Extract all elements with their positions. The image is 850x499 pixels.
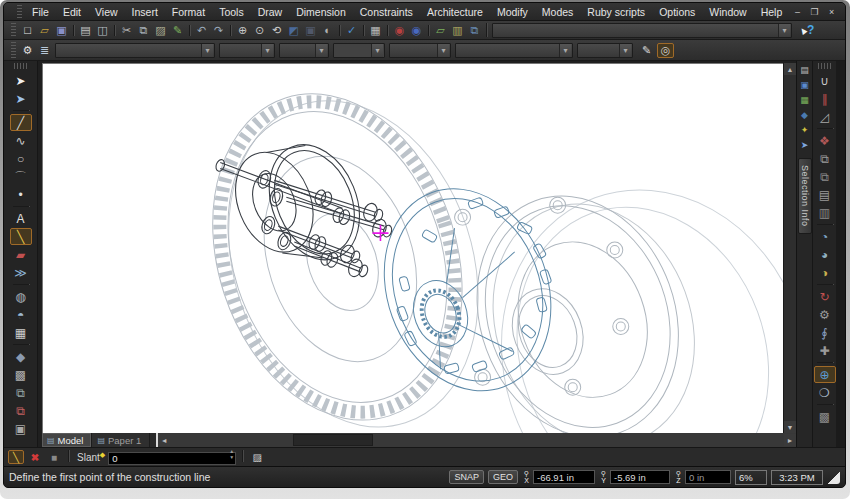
move-ucs-tool[interactable]: ✚ <box>814 342 836 359</box>
menu-item[interactable]: Modify <box>490 5 535 19</box>
3d-pull-tool[interactable]: ≫ <box>10 264 32 281</box>
layer-group-tool[interactable]: ⧉ <box>814 150 836 167</box>
pan-button[interactable]: ◐ <box>319 23 336 38</box>
text-tool[interactable]: A <box>10 210 32 227</box>
menu-item[interactable]: Insert <box>125 5 165 19</box>
toolbar-grip[interactable] <box>11 23 16 37</box>
cancel-command-button[interactable]: ✖ <box>27 450 43 464</box>
save-button[interactable]: ▣ <box>53 23 70 38</box>
horizontal-scrollbar[interactable]: ◄ ► <box>156 433 796 447</box>
transparency-combo[interactable] <box>389 43 451 58</box>
color-combo[interactable] <box>219 43 275 58</box>
toolbar-grip[interactable] <box>11 42 16 58</box>
shade-sphere-tool[interactable]: ◔ <box>814 228 836 245</box>
parallel-copy-tool[interactable]: ∥ <box>814 90 836 107</box>
block-insert-tool[interactable]: ▩ <box>10 366 32 383</box>
paste-button[interactable]: ▨ <box>152 23 169 38</box>
pause-command-button[interactable]: ■ <box>46 450 62 464</box>
scroll-down-icon[interactable]: ▼ <box>784 421 796 433</box>
drawing-canvas[interactable] <box>42 63 783 433</box>
layer-combo[interactable] <box>55 43 215 58</box>
hscroll-thumb[interactable] <box>293 434 373 446</box>
menu-item[interactable]: Window <box>702 5 753 19</box>
scroll-right-icon[interactable]: ► <box>784 434 796 446</box>
menu-item[interactable]: Help <box>754 5 790 19</box>
geographic-location-tool[interactable]: ⊕ <box>814 366 836 383</box>
layer-states-button[interactable]: ≣ <box>36 43 53 58</box>
new-file-button[interactable]: □ <box>19 23 36 38</box>
menu-item[interactable]: View <box>88 5 125 19</box>
polyline-tool[interactable]: ∿ <box>10 132 32 149</box>
block-structure-tool[interactable]: ▩ <box>814 408 836 425</box>
menu-item[interactable]: File <box>25 5 56 19</box>
solid-box-tool[interactable]: ◆ <box>10 348 32 365</box>
mouse-right-button[interactable]: ◉ <box>408 23 425 38</box>
menu-item[interactable]: Tools <box>212 5 251 19</box>
vertical-scrollbar[interactable]: ▲ ▼ <box>783 63 796 433</box>
copy-layer-tool[interactable]: ⧉ <box>814 168 836 185</box>
key-panel-icon[interactable]: ✦ <box>798 124 812 137</box>
point-tool[interactable]: • <box>10 186 32 203</box>
arc-tool[interactable]: ⌒ <box>10 168 32 185</box>
linestyle-combo[interactable] <box>279 43 329 58</box>
zoom-level[interactable]: 6% <box>735 470 767 485</box>
spell-check-button[interactable]: ✓ <box>343 23 360 38</box>
paste-panel-icon[interactable]: ▤ <box>798 64 812 77</box>
match-properties-tool[interactable]: ▤ <box>814 186 836 203</box>
block-ref-tool[interactable]: ⧉ <box>10 384 32 401</box>
context-help-icon[interactable]: ▲ ? <box>798 23 814 38</box>
mouse-left-button[interactable]: ◉ <box>391 23 408 38</box>
slant-input[interactable] <box>108 452 236 465</box>
settings-gear-button[interactable]: ⚙ <box>19 43 36 58</box>
open-file-button[interactable]: ▱ <box>36 23 53 38</box>
orbit-tool[interactable]: ◍ <box>10 288 32 305</box>
tab-paper1[interactable]: ▤Paper 1 <box>92 433 150 447</box>
tab-model[interactable]: ▤Model <box>42 433 92 447</box>
copy-button[interactable]: ⧉ <box>135 23 152 38</box>
menu-item[interactable]: Draw <box>251 5 290 19</box>
cut-button[interactable]: ✂ <box>118 23 135 38</box>
selection-info-tab[interactable]: Selection Info <box>798 158 812 234</box>
restore-button[interactable]: ❐ <box>807 6 822 18</box>
print-preview-button[interactable]: ◫ <box>94 23 111 38</box>
hatch-tool[interactable]: ▦ <box>10 324 32 341</box>
menu-grip[interactable] <box>17 5 22 19</box>
screen-panel-icon[interactable]: ▣ <box>798 79 812 92</box>
menu-item[interactable]: Edit <box>56 5 88 19</box>
lineweight-combo[interactable] <box>333 43 385 58</box>
annotation-scale-button[interactable]: ◎ <box>657 43 674 58</box>
node-select-tool[interactable]: ➤ <box>10 90 32 107</box>
circle-tool[interactable]: ○ <box>10 150 32 167</box>
menu-item[interactable]: Ruby scripts <box>580 5 652 19</box>
sweep-tool[interactable]: ◿ <box>814 108 836 125</box>
grid-settings-button[interactable]: ▦ <box>367 23 384 38</box>
sphere-tool[interactable]: ◓ <box>10 306 32 323</box>
loft-tool[interactable]: ∪ <box>814 72 836 89</box>
zoom-previous-button[interactable]: ⟲ <box>268 23 285 38</box>
minimize-button[interactable]: – <box>790 6 805 18</box>
properties-button[interactable]: ⧉ <box>466 23 483 38</box>
menu-item[interactable]: Options <box>652 5 702 19</box>
resize-grip[interactable] <box>827 471 840 484</box>
textstyle-combo[interactable] <box>577 43 633 58</box>
scroll-up-icon[interactable]: ▲ <box>784 63 796 75</box>
view-manager-button[interactable]: ▣ <box>302 23 319 38</box>
close-button[interactable]: × <box>824 6 839 18</box>
rotate-view-tool[interactable]: ↻ <box>814 288 836 305</box>
value-spinner[interactable]: ▲▼ <box>229 449 234 460</box>
cad-drawing[interactable] <box>42 63 783 433</box>
cursor-panel-icon[interactable]: ➤ <box>798 139 812 152</box>
gears-tool[interactable]: ⚙ <box>814 306 836 323</box>
undo-button[interactable]: ↶ <box>193 23 210 38</box>
materials-tool[interactable]: ◑ <box>814 264 836 281</box>
palette-grip[interactable] <box>14 63 28 69</box>
open-sheet-button[interactable]: ▱ <box>432 23 449 38</box>
palette-grip[interactable] <box>818 63 832 69</box>
format-painter-button[interactable]: ✎ <box>169 23 186 38</box>
menu-item[interactable]: Constraints <box>353 5 420 19</box>
align-tool[interactable]: ❖ <box>814 132 836 149</box>
block-copy-tool[interactable]: ⧉ <box>10 402 32 419</box>
grid-panel-icon[interactable]: ▦ <box>798 94 812 107</box>
menu-item[interactable]: Dimension <box>289 5 353 19</box>
screw-tool[interactable]: ∮ <box>814 324 836 341</box>
